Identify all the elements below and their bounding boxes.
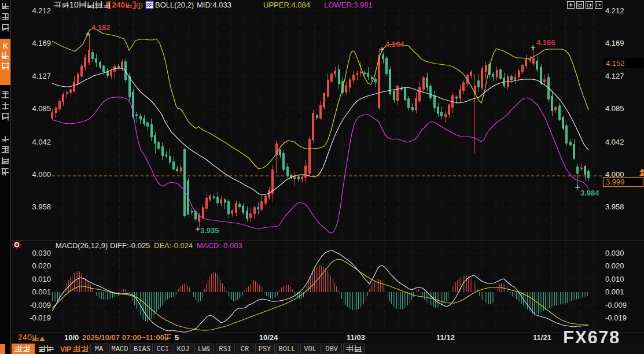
svg-text:4.085: 4.085 [605,104,624,113]
svg-text:-0.009: -0.009 [30,301,51,309]
svg-text:0.030: 0.030 [32,249,51,257]
svg-text:0.020: 0.020 [605,261,624,270]
svg-text:4: 4 [23,333,27,342]
svg-text:240: 240 [112,1,126,9]
svg-text:4.164: 4.164 [385,40,404,49]
svg-text:4.127: 4.127 [32,72,51,80]
svg-text:4.212: 4.212 [605,6,624,15]
svg-text:K: K [3,42,8,50]
svg-text:11/12: 11/12 [436,333,455,342]
svg-text:0.030: 0.030 [605,249,624,257]
svg-text:5: 5 [175,333,179,342]
svg-text:RSI: RSI [219,345,231,353]
svg-text:4.000: 4.000 [32,170,51,179]
svg-text:0.001: 0.001 [605,287,624,296]
svg-text:CR: CR [241,345,249,353]
svg-text:4.042: 4.042 [605,138,624,146]
svg-text:OBV: OBV [325,345,338,353]
svg-text:MACD: MACD [112,345,128,353]
svg-text:4.127: 4.127 [605,72,624,80]
svg-text:BOLL: BOLL [279,345,296,353]
svg-text:3.935: 3.935 [200,226,219,235]
svg-text:VIP: VIP [60,345,71,353]
svg-text:DEA:-0.024: DEA:-0.024 [154,241,193,250]
svg-text:CCI: CCI [157,345,170,353]
svg-text:LW&: LW& [198,345,211,353]
svg-text:MA: MA [95,345,104,353]
svg-text:0.001: 0.001 [32,287,51,296]
svg-text:4.169: 4.169 [605,39,624,47]
svg-text:2025/10/07 07:00~11:00: 2025/10/07 07:00~11:00 [82,333,164,342]
svg-text:DIFF:-0.025: DIFF:-0.025 [110,241,150,250]
svg-text:0: 0 [74,0,79,9]
svg-text:BOLL(20,2): BOLL(20,2) [155,1,194,9]
svg-text:3.984: 3.984 [580,189,599,197]
svg-text:BIAS: BIAS [134,345,150,353]
svg-text:4.085: 4.085 [32,104,51,113]
svg-text:0.020: 0.020 [32,261,51,270]
svg-text:3.958: 3.958 [605,202,624,211]
svg-text:PSY: PSY [259,345,271,353]
svg-text:3.999: 3.999 [606,178,625,186]
svg-text:MID:4.033: MID:4.033 [197,1,231,9]
svg-text:KDJ: KDJ [177,345,190,353]
svg-text:4.182: 4.182 [91,23,111,32]
svg-text:4.042: 4.042 [32,138,51,146]
svg-text:-0.009: -0.009 [605,301,627,309]
svg-text:4.152: 4.152 [606,59,625,68]
svg-text:11/21: 11/21 [533,333,551,342]
svg-text:4.169: 4.169 [32,39,51,47]
svg-text:11/03: 11/03 [347,333,365,342]
svg-text:10/0: 10/0 [64,333,79,342]
svg-text:1: 1 [69,0,74,9]
svg-text:VOL: VOL [304,345,317,353]
svg-text:LOWER:3.981: LOWER:3.981 [324,1,373,9]
svg-text:10/24: 10/24 [259,333,278,342]
svg-text:4.212: 4.212 [32,6,51,15]
svg-text:UPPER:4.084: UPPER:4.084 [263,1,310,9]
svg-text:-0.019: -0.019 [605,314,627,322]
svg-text:0.010: 0.010 [32,275,51,283]
svg-text:0.010: 0.010 [605,275,624,283]
svg-text:0: 0 [27,333,32,342]
svg-text:MACD(26,12,9): MACD(26,12,9) [56,241,108,250]
svg-text:-0.019: -0.019 [30,314,51,322]
svg-text:4.166: 4.166 [536,38,555,47]
svg-text:MACD:-0.003: MACD:-0.003 [197,241,242,250]
svg-text:3.958: 3.958 [32,202,51,211]
svg-text:2: 2 [18,333,23,342]
